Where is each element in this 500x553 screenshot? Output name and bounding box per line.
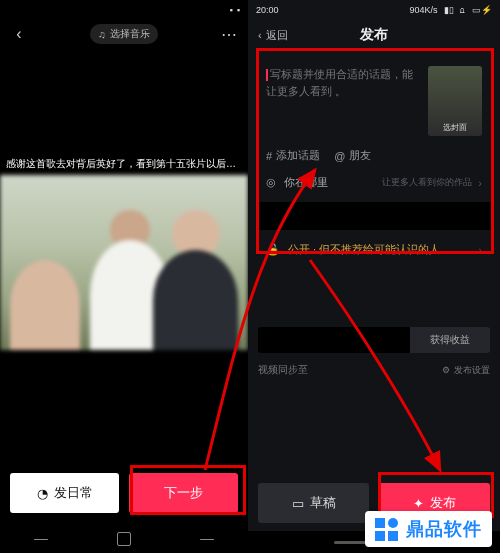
post-daily-button[interactable]: ◔ 发日常	[10, 473, 119, 513]
watermark: 鼎品软件	[365, 511, 492, 547]
publish-label: 发布	[430, 494, 456, 512]
signal-icon: ▮▯	[444, 5, 454, 15]
mention-icon: @	[334, 150, 345, 162]
earn-label: 获得收益	[430, 333, 470, 347]
privacy-label: 公开 · 但不推荐给可能认识的人	[288, 242, 440, 257]
privacy-row[interactable]: 🔓 公开 · 但不推荐给可能认识的人 ›	[266, 242, 482, 257]
watermark-text: 鼎品软件	[406, 517, 482, 541]
hashtag-label: 添加话题	[276, 148, 320, 163]
cover-picker[interactable]: 选封面	[428, 66, 482, 136]
battery-icon: ▭⚡	[472, 5, 492, 15]
wifi-icon: ⩍	[460, 5, 465, 15]
editor-bottom-bar: ◔ 发日常 下一步	[0, 463, 248, 525]
next-step-label: 下一步	[164, 484, 203, 502]
status-time: 20:00	[256, 5, 279, 15]
status-net: 904K/s	[409, 5, 437, 15]
mention-label: 朋友	[349, 148, 371, 163]
post-daily-label: 发日常	[54, 484, 93, 502]
editor-screen: ▪▪ ‹ ♫ 选择音乐 ⋯ 感谢这首歌去对背后英好了，看到第十五张片以后… ◔	[0, 0, 248, 553]
draft-icon: ▭	[292, 496, 304, 511]
location-label: 你在哪里	[284, 175, 328, 190]
redacted-strip	[256, 202, 492, 230]
clock-icon: ◔	[37, 486, 48, 501]
android-navbar-left	[0, 525, 248, 553]
title-placeholder: 写标题并使用合适的话题，能让更多人看到 。	[266, 68, 413, 97]
music-icon: ♫	[98, 29, 106, 40]
nav-recents-icon[interactable]	[200, 539, 214, 540]
publish-lower: 获得收益 视频同步至 ⚙ 发布设置	[258, 327, 490, 377]
gear-icon: ⚙	[442, 365, 450, 375]
music-chip[interactable]: ♫ 选择音乐	[90, 24, 158, 44]
next-step-button[interactable]: 下一步	[129, 473, 238, 513]
lock-icon: 🔓	[266, 243, 280, 256]
video-caption: 感谢这首歌去对背后英好了，看到第十五张片以后…	[0, 153, 248, 175]
publish-screen: 20:00 904K/s ▮▯ ⩍ ▭⚡ ‹ 返回 发布 写标题并使用合适的话题…	[248, 0, 500, 553]
publish-settings-button[interactable]: ⚙ 发布设置	[442, 364, 490, 377]
nav-home-icon[interactable]	[117, 532, 131, 546]
location-row[interactable]: ◎ 你在哪里 让更多人看到你的作品 ›	[266, 175, 482, 190]
video-still	[0, 175, 248, 350]
editor-topbar: ‹ ♫ 选择音乐 ⋯	[0, 20, 248, 48]
settings-label: 发布设置	[454, 364, 490, 377]
mention-friend-button[interactable]: @ 朋友	[334, 148, 371, 163]
music-chip-label: 选择音乐	[110, 27, 150, 41]
video-preview[interactable]: 感谢这首歌去对背后英好了，看到第十五张片以后…	[0, 48, 248, 463]
hashtag-icon: #	[266, 150, 272, 162]
publish-header: ‹ 返回 发布	[248, 20, 500, 50]
publish-icon: ✦	[413, 496, 424, 511]
location-icon: ◎	[266, 176, 276, 189]
statusbar-left: ▪▪	[0, 0, 248, 20]
draft-label: 草稿	[310, 494, 336, 512]
watermark-logo-icon	[375, 518, 398, 541]
save-draft-button[interactable]: ▭ 草稿	[258, 483, 369, 523]
title-input[interactable]: 写标题并使用合适的话题，能让更多人看到 。	[266, 66, 420, 136]
sync-label: 视频同步至	[258, 363, 308, 377]
page-title: 发布	[248, 26, 500, 44]
nav-back-icon[interactable]	[34, 539, 48, 540]
statusbar-right: 20:00 904K/s ▮▯ ⩍ ▭⚡	[248, 0, 500, 20]
chevron-right-icon: ›	[478, 177, 482, 189]
add-hashtag-button[interactable]: # 添加话题	[266, 148, 320, 163]
publish-form: 写标题并使用合适的话题，能让更多人看到 。 选封面 # 添加话题 @ 朋友 ◎ …	[256, 56, 492, 267]
cover-label: 选封面	[443, 122, 467, 133]
more-icon[interactable]: ⋯	[220, 25, 238, 43]
location-sub: 让更多人看到你的作品	[382, 176, 472, 189]
back-icon[interactable]: ‹	[10, 25, 28, 43]
chevron-right-icon: ›	[478, 244, 482, 256]
earn-row[interactable]: 获得收益	[258, 327, 490, 353]
